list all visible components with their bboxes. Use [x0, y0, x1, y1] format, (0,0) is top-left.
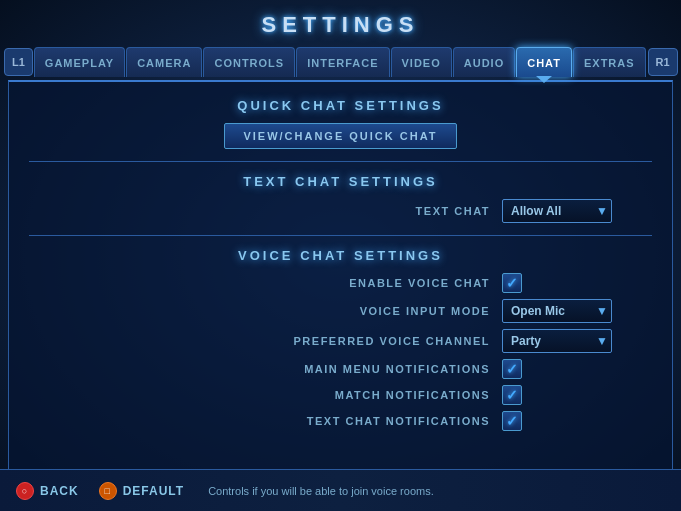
text-chat-dropdown-wrapper: Allow All Friends Only Disabled ▼: [502, 199, 612, 223]
voice-input-mode-label: VOICE INPUT MODE: [69, 305, 490, 317]
main-menu-notifications-control: [502, 359, 612, 379]
default-button-label: DEFAULT: [123, 484, 184, 498]
back-button[interactable]: ○ BACK: [16, 482, 79, 500]
voice-chat-section: VOICE CHAT SETTINGS ENABLE VOICE CHAT VO…: [29, 248, 652, 431]
page-title: SETTINGS: [0, 0, 681, 44]
bottom-bar: ○ BACK □ DEFAULT Controls if you will be…: [0, 469, 681, 511]
text-chat-section: TEXT CHAT SETTINGS TEXT CHAT Allow All F…: [29, 174, 652, 223]
enable-voice-chat-label: ENABLE VOICE CHAT: [69, 277, 490, 289]
main-menu-notifications-checkbox[interactable]: [502, 359, 522, 379]
preferred-voice-channel-control: Party Match Team ▼: [502, 329, 612, 353]
preferred-voice-channel-label: PREFERRED VOICE CHANNEL: [69, 335, 490, 347]
settings-content: QUICK CHAT SETTINGS VIEW/CHANGE QUICK CH…: [8, 80, 673, 480]
bumper-right[interactable]: R1: [648, 48, 678, 76]
text-chat-title: TEXT CHAT SETTINGS: [29, 174, 652, 189]
match-notifications-label: MATCH NOTIFICATIONS: [69, 389, 490, 401]
quick-chat-section: QUICK CHAT SETTINGS VIEW/CHANGE QUICK CH…: [29, 98, 652, 149]
default-button[interactable]: □ DEFAULT: [99, 482, 184, 500]
match-notifications-control: [502, 385, 612, 405]
tab-extras[interactable]: EXTRAS: [573, 47, 646, 77]
tab-video[interactable]: VIDEO: [391, 47, 452, 77]
text-chat-notifications-label: TEXT CHAT NOTIFICATIONS: [69, 415, 490, 427]
text-chat-notifications-checkbox[interactable]: [502, 411, 522, 431]
tab-controls[interactable]: CONTROLS: [203, 47, 295, 77]
divider-1: [29, 161, 652, 162]
text-chat-grid: TEXT CHAT Allow All Friends Only Disable…: [69, 199, 612, 223]
quick-chat-title: QUICK CHAT SETTINGS: [29, 98, 652, 113]
bumper-left[interactable]: L1: [4, 48, 33, 76]
bottom-hint: Controls if you will be able to join voi…: [208, 485, 434, 497]
voice-chat-title: VOICE CHAT SETTINGS: [29, 248, 652, 263]
tab-audio[interactable]: AUDIO: [453, 47, 515, 77]
preferred-voice-channel-dropdown-wrapper: Party Match Team ▼: [502, 329, 612, 353]
text-chat-notifications-control: [502, 411, 612, 431]
default-button-icon: □: [99, 482, 117, 500]
voice-input-mode-dropdown[interactable]: Open Mic Push to Talk Disabled: [502, 299, 612, 323]
back-button-icon: ○: [16, 482, 34, 500]
tab-gameplay[interactable]: GAMEPLAY: [34, 47, 125, 77]
voice-chat-grid: ENABLE VOICE CHAT VOICE INPUT MODE Open …: [69, 273, 612, 431]
match-notifications-checkbox[interactable]: [502, 385, 522, 405]
enable-voice-chat-checkbox[interactable]: [502, 273, 522, 293]
divider-2: [29, 235, 652, 236]
text-chat-control: Allow All Friends Only Disabled ▼: [502, 199, 612, 223]
preferred-voice-channel-dropdown[interactable]: Party Match Team: [502, 329, 612, 353]
back-button-label: BACK: [40, 484, 79, 498]
text-chat-label: TEXT CHAT: [69, 205, 490, 217]
text-chat-dropdown[interactable]: Allow All Friends Only Disabled: [502, 199, 612, 223]
enable-voice-chat-control: [502, 273, 612, 293]
view-change-quick-chat-button[interactable]: VIEW/CHANGE QUICK CHAT: [224, 123, 456, 149]
tab-interface[interactable]: INTERFACE: [296, 47, 389, 77]
tab-camera[interactable]: CAMERA: [126, 47, 202, 77]
tab-chat[interactable]: CHAT: [516, 47, 572, 77]
voice-input-mode-dropdown-wrapper: Open Mic Push to Talk Disabled ▼: [502, 299, 612, 323]
voice-input-mode-control: Open Mic Push to Talk Disabled ▼: [502, 299, 612, 323]
tab-bar: L1 GAMEPLAY CAMERA CONTROLS INTERFACE VI…: [0, 44, 681, 80]
main-menu-notifications-label: MAIN MENU NOTIFICATIONS: [69, 363, 490, 375]
